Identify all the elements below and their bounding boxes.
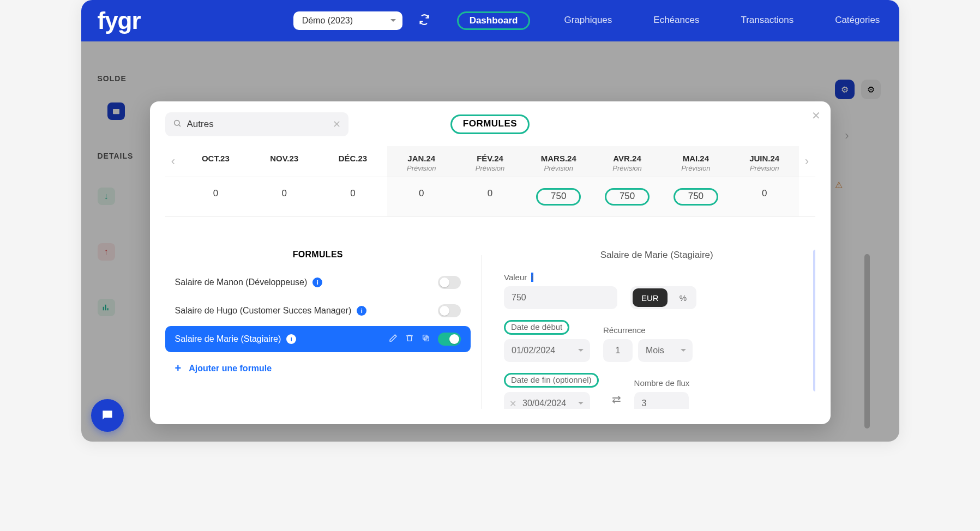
- search-input[interactable]: [187, 119, 333, 130]
- main-nav: Dashboard Graphiques Echéances Transacti…: [457, 11, 888, 30]
- value-cell-avr24[interactable]: 750: [593, 177, 662, 216]
- formula-toggle[interactable]: [438, 304, 461, 317]
- info-icon[interactable]: i: [312, 277, 322, 287]
- valeur-input[interactable]: 750: [504, 286, 617, 309]
- value-highlighted: 750: [605, 188, 650, 206]
- formula-label: Salaire de Marie (Stagiaire): [175, 334, 281, 344]
- formula-row-hugo[interactable]: Salaire de Hugo (Customer Succes Manager…: [165, 298, 471, 324]
- topbar: fygr Démo (2023) Dashboard Graphiques Ec…: [81, 0, 899, 41]
- value-cell-fev24[interactable]: 0: [456, 177, 525, 216]
- date-fin-clear-icon[interactable]: ✕: [509, 399, 516, 409]
- nav-categories[interactable]: Catégories: [827, 11, 887, 30]
- value-cell-dec23[interactable]: 0: [318, 177, 387, 216]
- formula-toggle[interactable]: [438, 276, 461, 289]
- search-icon: [173, 119, 182, 130]
- date-debut-input[interactable]: 01/02/2024: [504, 339, 590, 362]
- formula-row-marie[interactable]: Salaire de Marie (Stagiaire) i: [165, 326, 471, 352]
- month-sublabel: Prévision: [662, 164, 730, 172]
- flux-input[interactable]: 3: [634, 392, 689, 409]
- value-cell-oct23[interactable]: 0: [182, 177, 250, 216]
- valeur-label: Valeur i: [504, 273, 617, 282]
- formules-modal: ✕ ✕ FORMULES ‹ OCT.23NOV.23DÉC.23JAN.2: [150, 101, 831, 424]
- month-label: FÉV.24: [456, 154, 525, 163]
- company-selector[interactable]: Démo (2023): [293, 11, 402, 30]
- copy-icon[interactable]: [422, 334, 430, 345]
- month-col-nov23[interactable]: NOV.23: [250, 146, 318, 177]
- month-label: NOV.23: [250, 154, 318, 163]
- month-label: OCT.23: [182, 154, 250, 163]
- refresh-icon[interactable]: [419, 14, 430, 27]
- info-icon[interactable]: i: [357, 306, 366, 316]
- info-icon[interactable]: i: [286, 334, 296, 344]
- search-clear-icon[interactable]: ✕: [333, 118, 341, 130]
- month-col-mai24[interactable]: MAI.24Prévision: [662, 146, 730, 177]
- flux-label: Nombre de flux: [634, 378, 690, 388]
- swap-icon[interactable]: ⇄: [612, 383, 621, 406]
- month-col-juin24[interactable]: JUIN.24Prévision: [730, 146, 799, 177]
- company-selector-value: Démo (2023): [302, 16, 353, 26]
- flux-value: 3: [642, 399, 647, 408]
- detail-title: Salaire de Marie (Stagiaire): [504, 250, 810, 261]
- month-sublabel: Prévision: [456, 164, 525, 172]
- formules-list-title: FORMULES: [165, 250, 471, 260]
- month-sublabel: Prévision: [593, 164, 662, 172]
- formula-label: Salaire de Hugo (Customer Succes Manager…: [175, 306, 352, 316]
- month-col-dec23[interactable]: DÉC.23: [318, 146, 387, 177]
- nav-graphiques[interactable]: Graphiques: [556, 11, 620, 30]
- value-cell-jan24[interactable]: 0: [387, 177, 456, 216]
- month-label: JUIN.24: [730, 154, 799, 163]
- nav-dashboard[interactable]: Dashboard: [457, 11, 531, 30]
- formula-row-manon[interactable]: Salaire de Manon (Développeuse) i: [165, 269, 471, 295]
- recurrence-count-input[interactable]: 1: [603, 339, 633, 362]
- month-col-avr24[interactable]: AVR.24Prévision: [593, 146, 662, 177]
- date-fin-input[interactable]: ✕ 30/04/2024: [504, 392, 590, 409]
- logo: fygr: [98, 7, 141, 34]
- date-debut-value: 01/02/2024: [512, 346, 555, 355]
- formula-label: Salaire de Manon (Développeuse): [175, 277, 308, 287]
- month-col-jan24[interactable]: JAN.24Prévision: [387, 146, 456, 177]
- chat-button[interactable]: [91, 399, 124, 432]
- valeur-value: 750: [512, 293, 526, 303]
- month-sublabel: Prévision: [387, 164, 456, 172]
- date-fin-label: Date de fin (optionnel): [504, 373, 599, 388]
- trash-icon[interactable]: [405, 334, 414, 345]
- months-prev-button[interactable]: ‹: [165, 154, 182, 168]
- modal-close-button[interactable]: ✕: [811, 109, 821, 122]
- unit-segment: EUR %: [630, 286, 696, 309]
- add-formula-label: Ajouter une formule: [189, 364, 272, 373]
- month-col-mar24[interactable]: MARS.24Prévision: [524, 146, 593, 177]
- unit-pct-button[interactable]: %: [670, 286, 696, 309]
- recurrence-count-value: 1: [616, 346, 621, 355]
- recurrence-unit-value: Mois: [646, 346, 664, 355]
- month-col-fev24[interactable]: FÉV.24Prévision: [456, 146, 525, 177]
- svg-point-2: [174, 120, 179, 125]
- month-label: JAN.24: [387, 154, 456, 163]
- recurrence-label: Récurrence: [603, 325, 693, 335]
- date-debut-label: Date de début: [504, 320, 590, 335]
- months-next-button[interactable]: ›: [799, 154, 815, 168]
- edit-icon[interactable]: [389, 334, 398, 345]
- info-icon[interactable]: i: [531, 273, 533, 282]
- value-cell-nov23[interactable]: 0: [250, 177, 318, 216]
- month-label: MARS.24: [524, 154, 593, 163]
- nav-transactions[interactable]: Transactions: [733, 11, 801, 30]
- value-highlighted: 750: [674, 188, 718, 206]
- month-col-oct23[interactable]: OCT.23: [182, 146, 250, 177]
- nav-echeances[interactable]: Echéances: [646, 11, 707, 30]
- formula-toggle[interactable]: [438, 333, 461, 346]
- search-box: ✕: [165, 112, 348, 136]
- add-formula-button[interactable]: + Ajouter une formule: [165, 354, 471, 382]
- modal-title: FORMULES: [370, 114, 610, 134]
- value-cell-juin24[interactable]: 0: [730, 177, 799, 216]
- recurrence-unit-select[interactable]: Mois: [638, 339, 693, 362]
- value-cell-mai24[interactable]: 750: [662, 177, 730, 216]
- month-sublabel: Prévision: [524, 164, 593, 172]
- month-label: DÉC.23: [318, 154, 387, 163]
- plus-icon: +: [175, 362, 182, 375]
- detail-scrollbar[interactable]: [813, 250, 815, 391]
- unit-eur-button[interactable]: EUR: [633, 288, 668, 307]
- value-highlighted: 750: [536, 188, 581, 206]
- date-fin-value: 30/04/2024: [522, 399, 566, 408]
- value-cell-mar24[interactable]: 750: [524, 177, 593, 216]
- month-sublabel: Prévision: [730, 164, 799, 172]
